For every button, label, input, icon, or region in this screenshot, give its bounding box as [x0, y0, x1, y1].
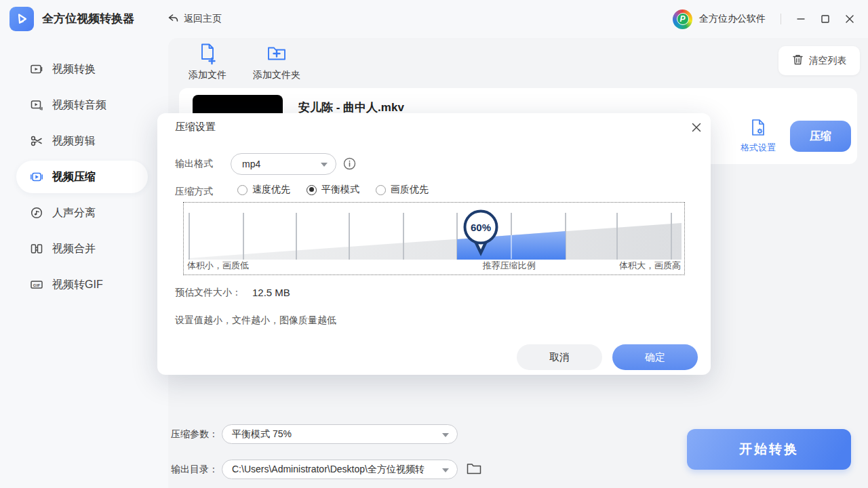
sidebar: 视频转换 视频转音频 视频剪辑 视频压缩 人声分离 — [0, 38, 168, 488]
radio-quality-first[interactable]: 画质优先 — [376, 184, 429, 196]
format-settings-icon — [749, 118, 767, 140]
add-file-button[interactable]: 添加文件 — [179, 42, 236, 81]
brand-logo-icon: P — [673, 9, 692, 29]
output-dir-value: C:\Users\Administrator\Desktop\全方位视频转 — [232, 464, 425, 474]
compress-ratio-slider[interactable]: 60% 体积小，画质低 推荐压缩比例 体积大，画质高 — [183, 202, 685, 275]
radio-speed-first[interactable]: 速度优先 — [237, 184, 290, 196]
compress-label: 压缩 — [810, 129, 831, 144]
cancel-label: 取消 — [549, 351, 570, 364]
trash-icon — [792, 54, 804, 68]
add-file-icon — [197, 42, 218, 67]
compress-method-group: 速度优先 平衡模式 画质优先 — [237, 184, 429, 196]
dialog-note: 设置值越小，文件越小，图像质量越低 — [175, 314, 336, 327]
radio-label: 速度优先 — [252, 184, 290, 196]
titlebar: 全方位视频转换器 返回主页 P 全方位办公软件 — [0, 0, 868, 38]
close-button[interactable] — [840, 9, 860, 29]
sidebar-item-vocal-separation[interactable]: 人声分离 — [16, 197, 148, 229]
start-convert-button[interactable]: 开始转换 — [687, 429, 851, 470]
slider-right-label: 体积大，画质高 — [619, 260, 681, 272]
app-logo-icon — [9, 7, 34, 31]
compress-param-label: 压缩参数： — [171, 424, 218, 444]
sidebar-item-video-merge[interactable]: 视频合并 — [16, 232, 148, 265]
output-format-value: mp4 — [242, 159, 260, 169]
sidebar-item-label: 视频转音频 — [52, 98, 106, 113]
radio-label: 平衡模式 — [321, 184, 359, 196]
sidebar-item-label: 视频转GIF — [52, 278, 103, 292]
sidebar-item-label: 视频合并 — [52, 242, 96, 256]
video-to-audio-icon — [30, 98, 43, 112]
radio-checked-icon — [307, 185, 317, 195]
compress-param-value: 平衡模式 75% — [232, 428, 292, 439]
back-home-button[interactable]: 返回主页 — [167, 0, 222, 38]
gif-icon: GIF — [30, 278, 43, 291]
sidebar-item-video-to-audio[interactable]: 视频转音频 — [16, 89, 148, 121]
cancel-button[interactable]: 取消 — [517, 344, 602, 370]
scissors-icon — [30, 134, 43, 148]
brand-logo-letter: P — [677, 13, 689, 25]
slider-value-bubble: 60% — [471, 222, 491, 233]
output-dir-select[interactable]: C:\Users\Administrator\Desktop\全方位视频转 — [222, 460, 458, 479]
radio-icon — [376, 185, 386, 195]
output-format-select[interactable]: mp4 — [231, 153, 336, 175]
app-title: 全方位视频转换器 — [42, 0, 134, 38]
estimate-row: 预估文件大小： 12.5 MB — [175, 287, 290, 299]
open-folder-button[interactable] — [467, 462, 481, 478]
dialog-title: 压缩设置 — [175, 121, 216, 134]
clear-list-button[interactable]: 清空列表 — [778, 46, 860, 75]
start-convert-label: 开始转换 — [739, 441, 799, 458]
add-folder-label: 添加文件夹 — [253, 69, 300, 81]
app-window: 全方位视频转换器 返回主页 P 全方位办公软件 — [0, 0, 868, 488]
sidebar-item-video-compress[interactable]: 视频压缩 — [16, 161, 148, 193]
compress-settings-dialog: 压缩设置 输出格式 mp4 压缩方式 速度优先 平衡模式 画质优先 — [157, 113, 711, 375]
maximize-button[interactable] — [815, 9, 835, 29]
sidebar-item-video-convert[interactable]: 视频转换 — [16, 53, 148, 85]
sidebar-item-video-clip[interactable]: 视频剪辑 — [16, 125, 148, 157]
estimate-value: 12.5 MB — [252, 287, 290, 299]
minimize-button[interactable] — [791, 9, 811, 29]
dialog-close-icon[interactable] — [689, 120, 704, 135]
radio-balanced-mode[interactable]: 平衡模式 — [307, 184, 359, 196]
slider-graphic: 60% — [184, 205, 684, 262]
confirm-label: 确定 — [645, 351, 665, 364]
video-compress-icon — [30, 170, 43, 184]
confirm-button[interactable]: 确定 — [612, 344, 698, 370]
add-folder-button[interactable]: 添加文件夹 — [244, 42, 309, 81]
output-dir-label: 输出目录： — [171, 460, 218, 479]
sidebar-item-label: 人声分离 — [52, 206, 96, 220]
chevron-down-icon — [442, 433, 449, 437]
titlebar-separator — [781, 14, 781, 24]
radio-icon — [237, 185, 248, 195]
video-merge-icon — [30, 242, 43, 256]
video-convert-icon — [30, 62, 43, 76]
chevron-down-icon — [442, 468, 449, 472]
format-settings-button[interactable]: 格式设置 — [724, 118, 792, 154]
chevron-down-icon — [321, 163, 328, 167]
slider-center-label: 推荐压缩比例 — [483, 260, 536, 272]
output-format-label: 输出格式 — [175, 158, 213, 170]
brand-name: 全方位办公软件 — [699, 13, 766, 25]
slider-left-label: 体积小，画质低 — [187, 260, 249, 272]
compress-param-select[interactable]: 平衡模式 75% — [222, 424, 458, 444]
sidebar-item-label: 视频剪辑 — [52, 134, 96, 148]
titlebar-right: P 全方位办公软件 — [673, 0, 868, 38]
radio-label: 画质优先 — [391, 184, 429, 196]
back-arrow-icon — [167, 12, 179, 26]
add-folder-icon — [265, 42, 288, 67]
vocal-separation-icon — [30, 206, 43, 220]
clear-list-label: 清空列表 — [809, 55, 847, 67]
estimate-label: 预估文件大小： — [175, 287, 241, 299]
add-file-label: 添加文件 — [189, 69, 226, 81]
sidebar-item-label: 视频转换 — [52, 62, 96, 77]
info-icon[interactable] — [343, 157, 356, 173]
back-home-label: 返回主页 — [184, 13, 222, 25]
compress-button[interactable]: 压缩 — [790, 121, 851, 152]
sidebar-item-label: 视频压缩 — [52, 170, 96, 184]
compress-method-label: 压缩方式 — [175, 186, 213, 198]
format-settings-label: 格式设置 — [741, 142, 776, 154]
sidebar-item-video-to-gif[interactable]: GIF 视频转GIF — [16, 268, 148, 301]
svg-text:GIF: GIF — [33, 283, 41, 287]
